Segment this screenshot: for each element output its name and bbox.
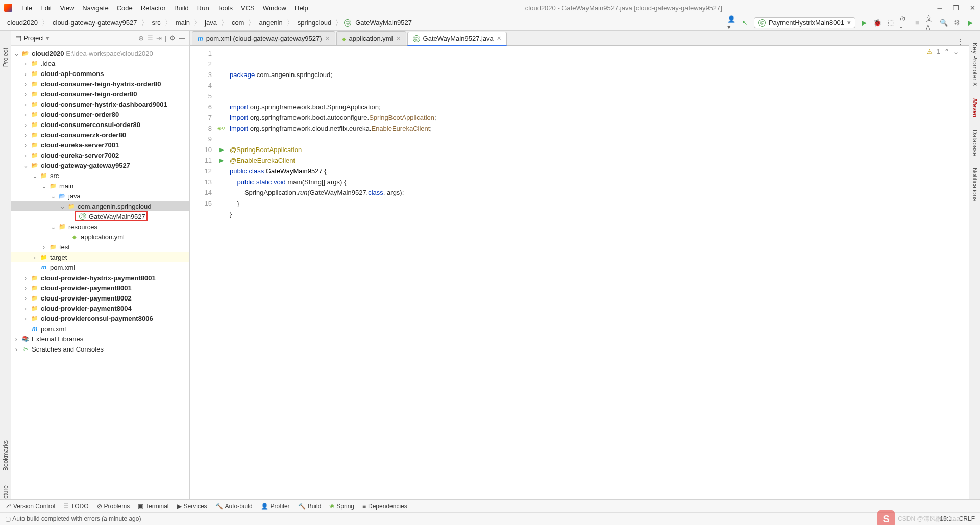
project-sidebar: ▤ Project ▾ ⊕ ☰ ⇥ | ⚙ — ⌄cloud2020 E:\id… xyxy=(11,31,190,512)
btn-build[interactable]: 🔨Build xyxy=(298,503,322,510)
profile-icon[interactable]: ⏱▾ xyxy=(899,18,909,28)
rail-bookmarks[interactable]: Bookmarks xyxy=(2,438,9,473)
code-area[interactable]: 123456789101112131415 ◉↺ ▶▶ package com.… xyxy=(190,46,969,512)
tab-java[interactable]: GateWayMain9527.java✕ xyxy=(407,32,507,46)
debug-button-icon[interactable]: 🐞 xyxy=(873,18,882,28)
divider-icon: | xyxy=(165,34,166,42)
project-tree[interactable]: ⌄cloud2020 E:\idea-workspace\cloud2020 ›… xyxy=(11,46,189,512)
expand-all-icon[interactable]: ☰ xyxy=(147,34,153,42)
close-tab-icon[interactable]: ✕ xyxy=(325,35,330,42)
minimize-icon[interactable]: ─ xyxy=(936,4,943,12)
right-tool-rail: Key Promoter X Maven Database Notificati… xyxy=(969,31,980,512)
project-dropdown-icon[interactable]: ▤ xyxy=(15,34,21,42)
java-class-ic.on xyxy=(79,212,87,220)
package-icon xyxy=(67,202,76,210)
status-bar: ▢ Auto build completed with errors (a mi… xyxy=(0,512,980,525)
crumb-com[interactable]: com xyxy=(230,17,247,29)
chevron-down-icon[interactable]: ▾ xyxy=(46,34,50,42)
run-gutter-icon[interactable]: ▶ xyxy=(216,155,227,166)
rail-keypromoter[interactable]: Key Promoter X xyxy=(971,41,978,88)
crumb-root[interactable]: cloud2020 xyxy=(5,17,40,29)
select-opened-icon[interactable]: ⊕ xyxy=(138,34,144,42)
btn-dependencies[interactable]: ≡Dependencies xyxy=(362,503,407,510)
hide-icon[interactable]: — xyxy=(179,34,185,42)
btn-version-control[interactable]: ⎇Version Control xyxy=(4,503,55,510)
crumb-class[interactable]: GateWayMain9527 xyxy=(353,17,414,29)
translate-icon[interactable]: 文A xyxy=(926,18,935,28)
tree-row-mainclass: GateWayMain9527 xyxy=(11,211,189,221)
menu-file[interactable]: File xyxy=(18,3,35,13)
stop-icon[interactable]: ■ xyxy=(913,18,922,28)
menu-vcs[interactable]: VCS xyxy=(238,3,258,13)
run-config-selector[interactable]: PaymentHystrixMain8001 ▾ xyxy=(754,17,855,28)
crumb-springcloud[interactable]: springcloud xyxy=(296,17,334,29)
search-icon[interactable]: 🔍 xyxy=(939,18,948,28)
menu-window[interactable]: Window xyxy=(260,3,289,13)
crumb-module[interactable]: cloud-gateway-gateway9527 xyxy=(51,17,139,29)
tree-row-package: ⌄com.angenin.springcloud xyxy=(11,201,189,211)
run-gutter-icon[interactable]: ▶ xyxy=(216,144,227,155)
chevron-down-icon[interactable]: ⌄ xyxy=(953,48,959,55)
crumb-java[interactable]: java xyxy=(203,17,219,29)
close-tab-icon[interactable]: ✕ xyxy=(497,35,501,42)
folder-icon xyxy=(31,120,39,129)
folder-icon xyxy=(49,243,57,251)
bean-gutter-icon[interactable]: ◉↺ xyxy=(216,123,227,134)
run-button-icon[interactable]: ▶ xyxy=(860,18,869,28)
user-icon[interactable]: 👤▾ xyxy=(727,18,737,28)
run-anything-icon[interactable]: ▶ xyxy=(966,18,975,28)
gear-icon[interactable]: ⚙ xyxy=(169,34,176,42)
rail-notifications[interactable]: Notifications xyxy=(971,166,978,203)
menu-view[interactable]: View xyxy=(57,3,77,13)
maven-icon xyxy=(198,35,203,42)
status-message: Auto build completed with errors (a minu… xyxy=(12,515,141,522)
settings-icon[interactable]: ⚙ xyxy=(952,18,962,28)
close-tab-icon[interactable]: ✕ xyxy=(396,35,401,42)
maximize-icon[interactable]: ❐ xyxy=(952,4,960,12)
close-icon[interactable]: ✕ xyxy=(969,4,976,12)
editor-area: pom.xml (cloud-gateway-gateway9527)✕ app… xyxy=(190,31,969,512)
btn-autobuild[interactable]: 🔨Auto-build xyxy=(215,503,253,510)
line-separator[interactable]: CRLF xyxy=(959,515,975,522)
menu-tools[interactable]: Tools xyxy=(214,3,236,13)
rail-project[interactable]: Project xyxy=(2,46,9,69)
btn-spring[interactable]: ❀Spring xyxy=(329,503,354,510)
btn-profiler[interactable]: 👤Profiler xyxy=(261,503,290,510)
titlebar: File Edit View Navigate Code Refactor Bu… xyxy=(0,0,980,15)
chevron-down-icon: ▾ xyxy=(847,19,851,27)
btn-problems[interactable]: ⊘Problems xyxy=(97,503,130,510)
status-icon[interactable]: ▢ xyxy=(5,515,11,522)
menu-help[interactable]: Help xyxy=(291,3,311,13)
menu-edit[interactable]: Edit xyxy=(37,3,55,13)
crumb-angenin[interactable]: angenin xyxy=(257,17,284,29)
line-gutter: 123456789101112131415 xyxy=(190,46,216,512)
tab-yml[interactable]: application.yml✕ xyxy=(336,31,406,45)
tab-pom[interactable]: pom.xml (cloud-gateway-gateway9527)✕ xyxy=(192,31,335,45)
menu-refactor[interactable]: Refactor xyxy=(138,3,169,13)
coverage-icon[interactable]: ⬚ xyxy=(886,18,895,28)
tab-more-icon[interactable]: ⋮ xyxy=(957,38,964,45)
java-icon xyxy=(758,19,766,27)
crumb-main[interactable]: main xyxy=(174,17,192,29)
collapse-all-icon[interactable]: ⇥ xyxy=(156,34,162,42)
btn-todo[interactable]: ☰TODO xyxy=(63,503,88,510)
folder-icon xyxy=(31,304,39,312)
btn-terminal[interactable]: ▣Terminal xyxy=(138,503,168,510)
chevron-up-icon[interactable]: ⌃ xyxy=(944,48,949,55)
folder-icon xyxy=(31,294,39,302)
folder-icon xyxy=(31,273,39,282)
project-header: ▤ Project ▾ ⊕ ☰ ⇥ | ⚙ — xyxy=(11,31,189,46)
inspection-widget[interactable]: ⚠1 ⌃ ⌄ xyxy=(927,48,959,55)
btn-services[interactable]: ▶Services xyxy=(177,503,207,510)
watermark: S CSDN @清风微凉 aaa xyxy=(877,510,960,525)
crumb-src[interactable]: src xyxy=(150,17,163,29)
code-text[interactable]: package com.angenin.springcloud; import … xyxy=(227,46,969,512)
rail-maven[interactable]: Maven xyxy=(971,96,978,119)
menu-run[interactable]: Run xyxy=(194,3,212,13)
menu-navigate[interactable]: Navigate xyxy=(79,3,111,13)
rail-database[interactable]: Database xyxy=(971,128,978,158)
target-folder-icon xyxy=(40,253,48,261)
menu-build[interactable]: Build xyxy=(171,3,192,13)
build-hammer-icon[interactable]: ↖ xyxy=(741,18,750,28)
menu-code[interactable]: Code xyxy=(114,3,136,13)
